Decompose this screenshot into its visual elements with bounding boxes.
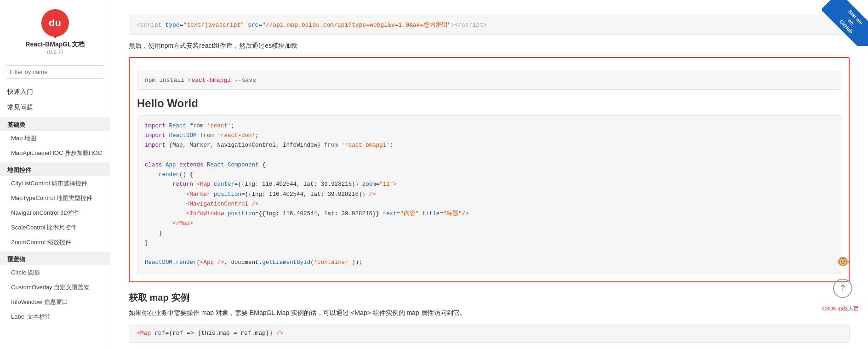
chat-icon: 🐵: [837, 256, 849, 268]
right-icons-panel: 🐵 ? CSDN @路人贾！: [822, 252, 863, 312]
section-header-controls: 地图控件: [0, 162, 110, 176]
sidebar-item-quickstart[interactable]: 快速入门: [0, 84, 110, 100]
star-ribbon[interactable]: Star meon GitHub: [822, 0, 868, 46]
chat-icon-button[interactable]: 🐵: [833, 252, 852, 271]
sidebar-item-mapapiloaderhoc[interactable]: MapApiLoaderHOC 异步加载HOC: [0, 146, 110, 160]
logo-area: du React-BMapGL文档 (0.2.7): [0, 0, 110, 60]
sidebar-item-circle[interactable]: Circle 圆形: [0, 265, 110, 280]
sidebar-item-citylistcontrol[interactable]: CityListControl 城市选择控件: [0, 176, 110, 191]
script-tag-block: <script type="text/javascript" src="//ap…: [129, 15, 850, 35]
sidebar-item-infowindow[interactable]: InfoWindow 信息窗口: [0, 295, 110, 309]
hello-world-title: Hello World: [137, 97, 841, 110]
section-header-basics: 基础类: [0, 117, 110, 131]
section2-title: 获取 map 实例: [129, 292, 850, 304]
install-note: 然后，使用npm方式安装react组件库，然后通过es模块加载: [129, 40, 850, 51]
sidebar-item-label[interactable]: Label 文本标注: [0, 309, 110, 324]
sidebar-item-maptypecontrol[interactable]: MapTypeControl 地图类型控件: [0, 191, 110, 206]
sidebar-item-navigationcontrol[interactable]: NavigationControl 3D控件: [0, 206, 110, 220]
sidebar-item-faq[interactable]: 常见问题: [0, 100, 110, 115]
help-icon-button[interactable]: ?: [833, 279, 852, 298]
sidebar: du React-BMapGL文档 (0.2.7) 快速入门 常见问题 基础类 …: [0, 0, 110, 349]
main-content: <script type="text/javascript" src="//ap…: [110, 0, 868, 349]
csdn-label: CSDN @路人贾！: [822, 305, 863, 312]
section-header-overlays: 覆盖物: [0, 252, 110, 265]
sidebar-item-zoomcontrol[interactable]: ZoomControl 缩放控件: [0, 235, 110, 250]
star-ribbon-text: Star meon GitHub: [822, 0, 868, 46]
sidebar-version: (0.2.7): [47, 49, 63, 55]
map-ref-block: <Map ref={ref => {this.map = ref.map}} /…: [129, 324, 850, 343]
npm-command-block: npm install react-bmapgl --save: [137, 71, 841, 90]
section2-text: 如果你在业务中需要操作 map 对象，需要 BMapGL.Map 实例的话，可以…: [129, 308, 850, 319]
hello-world-code: import React from 'react'; import ReactD…: [137, 115, 841, 274]
sidebar-item-map[interactable]: Map 地图: [0, 131, 110, 146]
sidebar-item-customoverlay[interactable]: CustomOverlay 自定义覆盖物: [0, 280, 110, 295]
hello-world-section: npm install react-bmapgl --save Hello Wo…: [129, 57, 850, 282]
logo: du: [41, 9, 69, 37]
help-icon: ?: [841, 284, 845, 292]
sidebar-item-scalecontrol[interactable]: ScaleControl 比例尺控件: [0, 220, 110, 235]
search-input[interactable]: [5, 65, 105, 79]
sidebar-title: React-BMapGL文档: [25, 40, 84, 49]
